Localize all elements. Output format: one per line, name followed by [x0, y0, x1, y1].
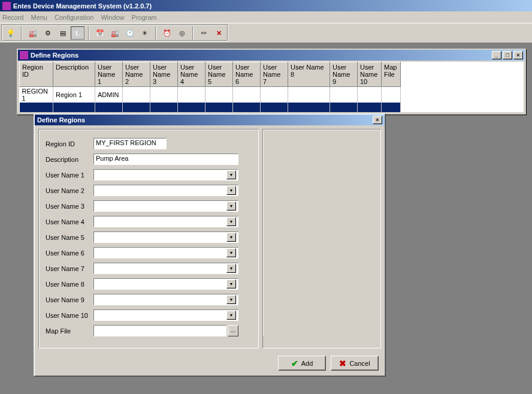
x-icon: ✖	[339, 359, 346, 368]
label-u2: User Name 2	[46, 187, 93, 194]
browse-button[interactable]: ...	[228, 325, 238, 336]
preview-panel	[262, 129, 381, 348]
form-panel: Region ID Description User Name 1 ▼	[39, 130, 258, 348]
user1-combo[interactable]	[96, 170, 226, 179]
toolbar-separator	[21, 26, 22, 40]
dropdown-arrow-icon[interactable]: ▼	[226, 233, 236, 242]
col-u7[interactable]: User Name 7	[261, 62, 288, 87]
cell-u1: ADMIN	[95, 87, 123, 103]
col-u5[interactable]: User Name 5	[205, 62, 233, 87]
label-u9: User Name 9	[46, 296, 93, 303]
toolbar: 💡 🏭 ⚙ ▤ L 📅 🏭 🕐 ✳ ⏰ ◎ ✏ ✕	[2, 25, 228, 41]
col-region-id[interactable]: Region ID	[20, 62, 53, 87]
dropdown-arrow-icon[interactable]: ▼	[226, 201, 236, 210]
mapfile-input[interactable]	[96, 326, 224, 333]
tool-wand-icon[interactable]: ✏	[197, 26, 211, 40]
tool-calendar-icon[interactable]: 📅	[93, 26, 107, 40]
label-u3: User Name 3	[46, 203, 93, 210]
user6-combo[interactable]	[96, 248, 226, 257]
menu-menu[interactable]: Menu	[31, 14, 47, 21]
app-icon	[2, 2, 11, 10]
dialog-close-button[interactable]: ×	[373, 116, 382, 124]
menu-configuration[interactable]: Configuration	[55, 14, 93, 21]
define-regions-window: Define Regions _ □ × Region ID Descripti…	[17, 49, 526, 115]
label-u8: User Name 8	[46, 281, 93, 288]
dialog-button-row: ✔Add ✖Cancel	[35, 352, 385, 375]
user5-combo[interactable]	[96, 233, 226, 242]
dialog-title: Define Regions	[37, 116, 85, 124]
dropdown-arrow-icon[interactable]: ▼	[226, 279, 236, 288]
col-u3[interactable]: User Name 3	[150, 62, 178, 87]
col-u2[interactable]: User Name 2	[123, 62, 150, 87]
minimize-button[interactable]: _	[492, 51, 501, 59]
tool-industry-icon[interactable]: 🏭	[108, 26, 122, 40]
col-u8[interactable]: User Name 8	[288, 62, 330, 87]
col-u6[interactable]: User Name 6	[233, 62, 261, 87]
cell-description: Region 1	[53, 87, 95, 103]
col-description[interactable]: Description	[53, 62, 95, 87]
dropdown-arrow-icon[interactable]: ▼	[226, 264, 236, 273]
close-button[interactable]: ×	[513, 51, 523, 59]
label-mapfile: Map File	[46, 327, 93, 335]
tool-alarm-icon[interactable]: ⏰	[160, 26, 174, 40]
app-title: Entes Device Management System (v1.2.0.7…	[13, 2, 152, 10]
tool-delete-icon[interactable]: ✕	[212, 26, 226, 40]
col-u4[interactable]: User Name 4	[178, 62, 205, 87]
label-u10: User Name 10	[46, 312, 93, 319]
table-header-row: Region ID Description User Name 1 User N…	[20, 62, 401, 87]
label-u6: User Name 6	[46, 249, 93, 257]
mdi-area: Define Regions _ □ × Region ID Descripti…	[0, 43, 532, 394]
toolbar-separator	[192, 26, 194, 40]
col-u10[interactable]: User Name 10	[358, 62, 382, 87]
user10-combo[interactable]	[96, 311, 226, 320]
col-u1[interactable]: User Name 1	[95, 62, 123, 87]
tool-gear-icon[interactable]: ⚙	[41, 26, 55, 40]
label-u1: User Name 1	[46, 172, 93, 179]
app-titlebar: Entes Device Management System (v1.2.0.7…	[0, 0, 532, 11]
dropdown-arrow-icon[interactable]: ▼	[226, 311, 236, 320]
tool-factory-icon[interactable]: 🏭	[26, 26, 40, 40]
label-description: Description	[46, 156, 93, 163]
col-u9[interactable]: User Name 9	[330, 62, 358, 87]
col-mapfile[interactable]: Map File	[382, 62, 401, 87]
user8-combo[interactable]	[96, 279, 226, 288]
menu-program[interactable]: Program	[132, 14, 157, 21]
user3-combo[interactable]	[96, 201, 226, 210]
label-region-id: Region ID	[46, 140, 93, 148]
cancel-button[interactable]: ✖Cancel	[331, 356, 379, 371]
window-icon	[20, 51, 28, 59]
child-title: Define Regions	[31, 52, 78, 59]
child-titlebar: Define Regions _ □ ×	[18, 50, 525, 61]
user4-combo[interactable]	[96, 217, 226, 226]
description-input[interactable]	[96, 155, 236, 162]
tool-bulb-icon[interactable]: 💡	[4, 26, 17, 40]
dropdown-arrow-icon[interactable]: ▼	[226, 248, 236, 257]
tool-clock-icon[interactable]: 🕐	[123, 26, 137, 40]
user2-combo[interactable]	[96, 186, 226, 195]
dialog-titlebar: Define Regions ×	[35, 115, 385, 125]
tool-l-icon[interactable]: L	[71, 26, 84, 40]
label-u4: User Name 4	[46, 218, 93, 225]
tool-list-icon[interactable]: ▤	[56, 26, 69, 40]
dropdown-arrow-icon[interactable]: ▼	[226, 170, 236, 179]
table-row[interactable]: REGION 1 Region 1 ADMIN	[20, 87, 401, 103]
maximize-button[interactable]: □	[503, 51, 512, 59]
user9-combo[interactable]	[96, 295, 226, 304]
dropdown-arrow-icon[interactable]: ▼	[226, 186, 236, 195]
table-row-selected[interactable]	[20, 103, 401, 112]
region-id-input[interactable]	[96, 139, 164, 146]
menu-window[interactable]: Window	[101, 14, 124, 21]
define-regions-dialog: Define Regions × Region ID Description	[34, 113, 386, 377]
regions-table: Region ID Description User Name 1 User N…	[19, 62, 524, 112]
tool-target-icon[interactable]: ◎	[175, 26, 189, 40]
menubar: Record Menu Configuration Window Program	[0, 11, 532, 23]
user7-combo[interactable]	[96, 264, 226, 273]
label-u7: User Name 7	[46, 265, 93, 272]
menu-record[interactable]: Record	[2, 14, 23, 21]
add-button[interactable]: ✔Add	[278, 356, 326, 371]
toolbar-separator	[155, 26, 156, 40]
cell-region-id: REGION 1	[20, 87, 53, 103]
dropdown-arrow-icon[interactable]: ▼	[226, 217, 236, 226]
dropdown-arrow-icon[interactable]: ▼	[226, 295, 236, 304]
tool-gear2-icon[interactable]: ✳	[138, 26, 152, 40]
